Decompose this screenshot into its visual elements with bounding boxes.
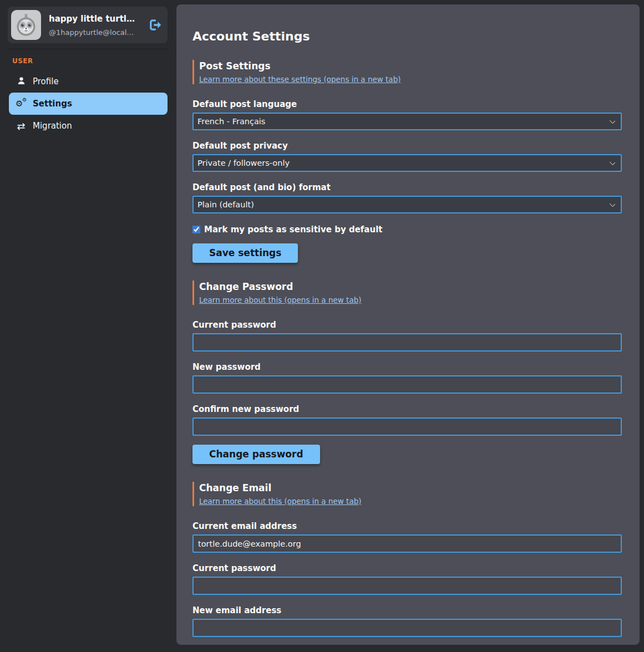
sensitive-by-default-label[interactable]: Mark my posts as sensitive by default [204,225,382,235]
user-display-name: happy little turtl… [49,13,140,25]
change-password-learn-more-link[interactable]: Learn more about this (opens in a new ta… [199,295,362,305]
user-card[interactable]: happy little turtl… @1happyturtle@local… [8,7,168,43]
page-title: Account Settings [192,29,622,44]
new-password-label: New password [192,361,622,373]
sloth-avatar [11,10,41,40]
change-password-button[interactable]: Change password [192,445,320,464]
new-email-input[interactable] [192,619,622,637]
save-settings-button[interactable]: Save settings [192,243,298,263]
user-info: happy little turtl… @1happyturtle@local… [49,13,140,37]
sidebar-divider [8,49,169,49]
default-post-privacy-select[interactable]: Private / followers-only [192,154,622,172]
change-password-header: Change Password Learn more about this (o… [192,281,622,305]
default-post-privacy-select-wrap: Private / followers-only [192,154,622,172]
change-password-heading: Change Password [199,281,622,293]
default-post-format-select-wrap: Plain (default) [192,196,622,213]
sidebar: happy little turtl… @1happyturtle@local…… [0,0,176,652]
confirm-new-password-input[interactable] [192,417,622,436]
current-email-label: Current email address [192,521,622,532]
new-password-input[interactable] [192,375,622,394]
change-email-heading: Change Email [199,482,622,495]
post-settings-header: Post Settings Learn more about these set… [192,60,622,84]
sidebar-item-label: Profile [33,77,59,86]
post-settings-heading: Post Settings [199,60,622,73]
new-email-label: New email address [192,605,622,616]
sensitive-by-default-row: Mark my posts as sensitive by default [192,225,622,235]
current-password-input[interactable] [192,333,622,352]
sidebar-section-label: USER [12,57,176,65]
default-post-language-label: Default post language [192,99,622,110]
sidebar-nav: Profile ⚙⚙ Settings ⇄ Migration [0,70,176,137]
sidebar-item-label: Migration [33,121,72,131]
sign-out-icon[interactable] [148,18,162,32]
user-icon [16,77,27,87]
email-current-password-input[interactable] [192,577,622,595]
sidebar-item-settings[interactable]: ⚙⚙ Settings [9,93,168,115]
current-email-input[interactable] [192,534,622,553]
sensitive-by-default-checkbox[interactable] [192,226,200,233]
default-post-format-label: Default post (and bio) format [192,182,622,193]
post-settings-learn-more-link[interactable]: Learn more about these settings (opens i… [199,74,400,84]
default-post-format-select[interactable]: Plain (default) [192,196,622,213]
sidebar-item-label: Settings [33,99,72,109]
gears-icon: ⚙⚙ [16,99,27,109]
sidebar-item-profile[interactable]: Profile [9,70,168,93]
confirm-new-password-label: Confirm new password [192,404,622,415]
change-email-learn-more-link[interactable]: Learn more about this (opens in a new ta… [199,496,362,506]
default-post-language-select[interactable]: French - Français [192,113,622,130]
default-post-privacy-label: Default post privacy [192,140,622,151]
current-password-label: Current password [192,319,622,330]
exchange-arrows-icon: ⇄ [16,121,27,131]
default-post-language-select-wrap: French - Français [192,113,622,130]
change-email-header: Change Email Learn more about this (open… [192,482,622,506]
user-handle: @1happyturtle@local… [49,28,140,37]
account-settings-panel: Account Settings Post Settings Learn mor… [176,4,640,645]
email-current-password-label: Current password [192,563,622,574]
sidebar-item-migration[interactable]: ⇄ Migration [9,115,168,137]
